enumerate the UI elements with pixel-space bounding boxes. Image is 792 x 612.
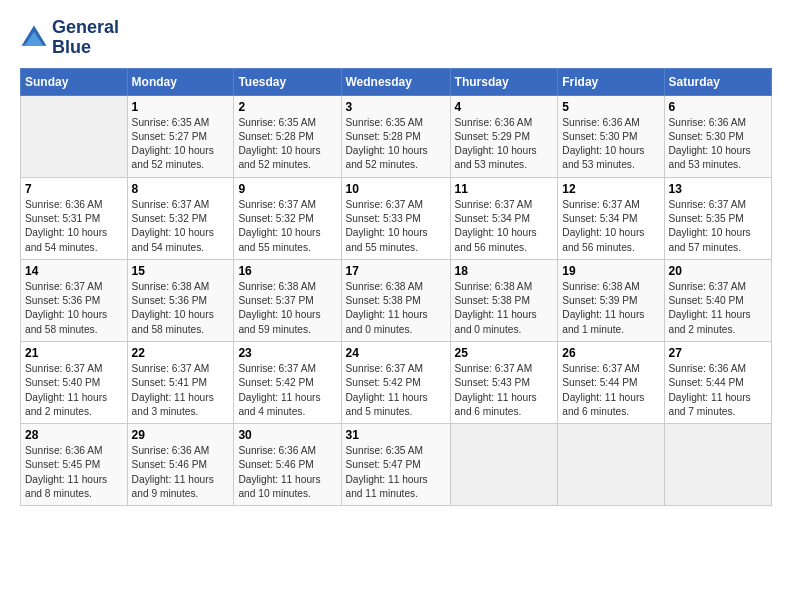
day-info: Sunrise: 6:38 AM Sunset: 5:37 PM Dayligh… (238, 280, 336, 337)
day-info: Sunrise: 6:37 AM Sunset: 5:42 PM Dayligh… (238, 362, 336, 419)
day-number: 2 (238, 100, 336, 114)
day-number: 15 (132, 264, 230, 278)
calendar-cell: 21Sunrise: 6:37 AM Sunset: 5:40 PM Dayli… (21, 341, 128, 423)
day-number: 13 (669, 182, 768, 196)
logo-text-general: General (52, 18, 119, 38)
day-number: 9 (238, 182, 336, 196)
day-info: Sunrise: 6:36 AM Sunset: 5:45 PM Dayligh… (25, 444, 123, 501)
day-number: 6 (669, 100, 768, 114)
day-info: Sunrise: 6:35 AM Sunset: 5:28 PM Dayligh… (346, 116, 446, 173)
day-info: Sunrise: 6:37 AM Sunset: 5:35 PM Dayligh… (669, 198, 768, 255)
calendar-cell: 27Sunrise: 6:36 AM Sunset: 5:44 PM Dayli… (664, 341, 772, 423)
day-info: Sunrise: 6:37 AM Sunset: 5:40 PM Dayligh… (669, 280, 768, 337)
day-number: 28 (25, 428, 123, 442)
logo-text-blue: Blue (52, 38, 119, 58)
calendar-cell: 3Sunrise: 6:35 AM Sunset: 5:28 PM Daylig… (341, 95, 450, 177)
calendar-week-row: 7Sunrise: 6:36 AM Sunset: 5:31 PM Daylig… (21, 177, 772, 259)
day-number: 20 (669, 264, 768, 278)
day-number: 22 (132, 346, 230, 360)
day-info: Sunrise: 6:35 AM Sunset: 5:28 PM Dayligh… (238, 116, 336, 173)
logo-icon (20, 24, 48, 52)
day-info: Sunrise: 6:37 AM Sunset: 5:41 PM Dayligh… (132, 362, 230, 419)
calendar-cell: 30Sunrise: 6:36 AM Sunset: 5:46 PM Dayli… (234, 424, 341, 506)
calendar-cell (450, 424, 558, 506)
header-day: Saturday (664, 68, 772, 95)
header-day: Friday (558, 68, 664, 95)
day-info: Sunrise: 6:37 AM Sunset: 5:34 PM Dayligh… (455, 198, 554, 255)
day-number: 19 (562, 264, 659, 278)
day-number: 4 (455, 100, 554, 114)
day-number: 17 (346, 264, 446, 278)
calendar-cell: 26Sunrise: 6:37 AM Sunset: 5:44 PM Dayli… (558, 341, 664, 423)
day-number: 14 (25, 264, 123, 278)
calendar-table: SundayMondayTuesdayWednesdayThursdayFrid… (20, 68, 772, 507)
day-number: 11 (455, 182, 554, 196)
day-info: Sunrise: 6:37 AM Sunset: 5:40 PM Dayligh… (25, 362, 123, 419)
calendar-cell: 19Sunrise: 6:38 AM Sunset: 5:39 PM Dayli… (558, 259, 664, 341)
day-number: 1 (132, 100, 230, 114)
calendar-cell: 24Sunrise: 6:37 AM Sunset: 5:42 PM Dayli… (341, 341, 450, 423)
calendar-cell: 28Sunrise: 6:36 AM Sunset: 5:45 PM Dayli… (21, 424, 128, 506)
calendar-cell: 1Sunrise: 6:35 AM Sunset: 5:27 PM Daylig… (127, 95, 234, 177)
calendar-cell: 18Sunrise: 6:38 AM Sunset: 5:38 PM Dayli… (450, 259, 558, 341)
day-info: Sunrise: 6:38 AM Sunset: 5:38 PM Dayligh… (455, 280, 554, 337)
day-number: 3 (346, 100, 446, 114)
day-info: Sunrise: 6:37 AM Sunset: 5:33 PM Dayligh… (346, 198, 446, 255)
calendar-cell: 12Sunrise: 6:37 AM Sunset: 5:34 PM Dayli… (558, 177, 664, 259)
header: General Blue (20, 18, 772, 58)
calendar-week-row: 21Sunrise: 6:37 AM Sunset: 5:40 PM Dayli… (21, 341, 772, 423)
calendar-cell: 29Sunrise: 6:36 AM Sunset: 5:46 PM Dayli… (127, 424, 234, 506)
day-number: 30 (238, 428, 336, 442)
day-info: Sunrise: 6:36 AM Sunset: 5:30 PM Dayligh… (669, 116, 768, 173)
day-info: Sunrise: 6:35 AM Sunset: 5:47 PM Dayligh… (346, 444, 446, 501)
header-day: Sunday (21, 68, 128, 95)
calendar-week-row: 14Sunrise: 6:37 AM Sunset: 5:36 PM Dayli… (21, 259, 772, 341)
day-number: 25 (455, 346, 554, 360)
calendar-cell: 22Sunrise: 6:37 AM Sunset: 5:41 PM Dayli… (127, 341, 234, 423)
header-day: Wednesday (341, 68, 450, 95)
calendar-week-row: 1Sunrise: 6:35 AM Sunset: 5:27 PM Daylig… (21, 95, 772, 177)
day-number: 7 (25, 182, 123, 196)
day-info: Sunrise: 6:36 AM Sunset: 5:29 PM Dayligh… (455, 116, 554, 173)
calendar-cell: 23Sunrise: 6:37 AM Sunset: 5:42 PM Dayli… (234, 341, 341, 423)
day-info: Sunrise: 6:38 AM Sunset: 5:39 PM Dayligh… (562, 280, 659, 337)
calendar-cell: 4Sunrise: 6:36 AM Sunset: 5:29 PM Daylig… (450, 95, 558, 177)
day-info: Sunrise: 6:36 AM Sunset: 5:46 PM Dayligh… (132, 444, 230, 501)
day-number: 8 (132, 182, 230, 196)
header-row: SundayMondayTuesdayWednesdayThursdayFrid… (21, 68, 772, 95)
day-number: 26 (562, 346, 659, 360)
day-number: 16 (238, 264, 336, 278)
calendar-cell (558, 424, 664, 506)
day-info: Sunrise: 6:38 AM Sunset: 5:38 PM Dayligh… (346, 280, 446, 337)
day-info: Sunrise: 6:36 AM Sunset: 5:44 PM Dayligh… (669, 362, 768, 419)
header-day: Monday (127, 68, 234, 95)
calendar-cell: 25Sunrise: 6:37 AM Sunset: 5:43 PM Dayli… (450, 341, 558, 423)
header-day: Tuesday (234, 68, 341, 95)
day-number: 31 (346, 428, 446, 442)
day-number: 5 (562, 100, 659, 114)
day-info: Sunrise: 6:37 AM Sunset: 5:34 PM Dayligh… (562, 198, 659, 255)
calendar-cell: 15Sunrise: 6:38 AM Sunset: 5:36 PM Dayli… (127, 259, 234, 341)
day-info: Sunrise: 6:36 AM Sunset: 5:31 PM Dayligh… (25, 198, 123, 255)
calendar-cell: 7Sunrise: 6:36 AM Sunset: 5:31 PM Daylig… (21, 177, 128, 259)
day-info: Sunrise: 6:36 AM Sunset: 5:46 PM Dayligh… (238, 444, 336, 501)
calendar-cell: 16Sunrise: 6:38 AM Sunset: 5:37 PM Dayli… (234, 259, 341, 341)
header-day: Thursday (450, 68, 558, 95)
day-number: 29 (132, 428, 230, 442)
day-number: 24 (346, 346, 446, 360)
day-number: 21 (25, 346, 123, 360)
calendar-cell: 17Sunrise: 6:38 AM Sunset: 5:38 PM Dayli… (341, 259, 450, 341)
calendar-cell (21, 95, 128, 177)
day-number: 18 (455, 264, 554, 278)
logo: General Blue (20, 18, 119, 58)
day-info: Sunrise: 6:37 AM Sunset: 5:32 PM Dayligh… (238, 198, 336, 255)
calendar-cell (664, 424, 772, 506)
calendar-cell: 6Sunrise: 6:36 AM Sunset: 5:30 PM Daylig… (664, 95, 772, 177)
calendar-cell: 2Sunrise: 6:35 AM Sunset: 5:28 PM Daylig… (234, 95, 341, 177)
calendar-cell: 20Sunrise: 6:37 AM Sunset: 5:40 PM Dayli… (664, 259, 772, 341)
day-info: Sunrise: 6:37 AM Sunset: 5:36 PM Dayligh… (25, 280, 123, 337)
day-number: 23 (238, 346, 336, 360)
calendar-cell: 13Sunrise: 6:37 AM Sunset: 5:35 PM Dayli… (664, 177, 772, 259)
day-number: 12 (562, 182, 659, 196)
day-info: Sunrise: 6:36 AM Sunset: 5:30 PM Dayligh… (562, 116, 659, 173)
